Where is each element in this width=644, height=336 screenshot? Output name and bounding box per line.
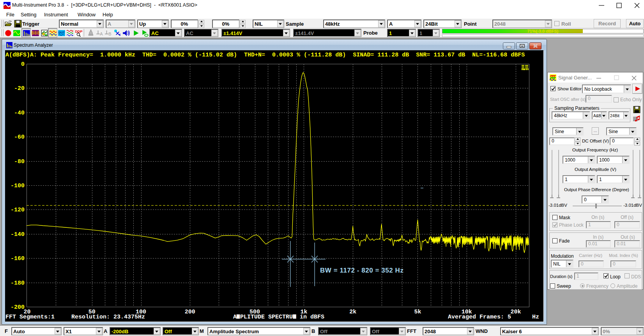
svg-text:-180: -180 [11,280,25,287]
svg-text:-160: -160 [11,255,25,262]
svg-text:-20: -20 [14,85,25,92]
svg-text:FFT Segments:1: FFT Segments:1 [5,314,55,320]
svg-text:200: 200 [185,309,195,315]
svg-text:AMPLITUDE SPECTRUM in dBFS: AMPLITUDE SPECTRUM in dBFS [233,314,324,320]
svg-text:DUT: DUT [58,31,65,34]
svg-text:-60: -60 [14,134,25,141]
svg-text:-100: -100 [11,183,25,189]
svg-text:-200: -200 [11,304,25,311]
svg-text:A(dBFS)A: Peak Frequency= 1.0: A(dBFS)A: Peak Frequency= 1.0000 kHz THD… [5,52,525,58]
svg-text:BW = 1172 - 820 = 352 Hz: BW = 1172 - 820 = 352 Hz [320,267,404,274]
svg-text:B: B [108,32,111,36]
svg-text:-40: -40 [14,110,25,116]
svg-text:A: A [100,32,103,36]
svg-text:Hz: Hz [532,314,539,320]
svg-text:-80: -80 [14,158,25,165]
svg-text:-120: -120 [11,207,25,213]
svg-text:888: 888 [32,31,39,36]
svg-text:5k: 5k [414,309,421,315]
svg-text:Averaged Frames: 5: Averaged Frames: 5 [448,314,511,320]
svg-text:2k: 2k [349,309,356,315]
svg-text:0: 0 [21,61,25,68]
svg-text:20k: 20k [510,309,521,315]
svg-text:-140: -140 [11,231,25,238]
svg-text:Resolution: 23.4375Hz: Resolution: 23.4375Hz [71,314,145,320]
